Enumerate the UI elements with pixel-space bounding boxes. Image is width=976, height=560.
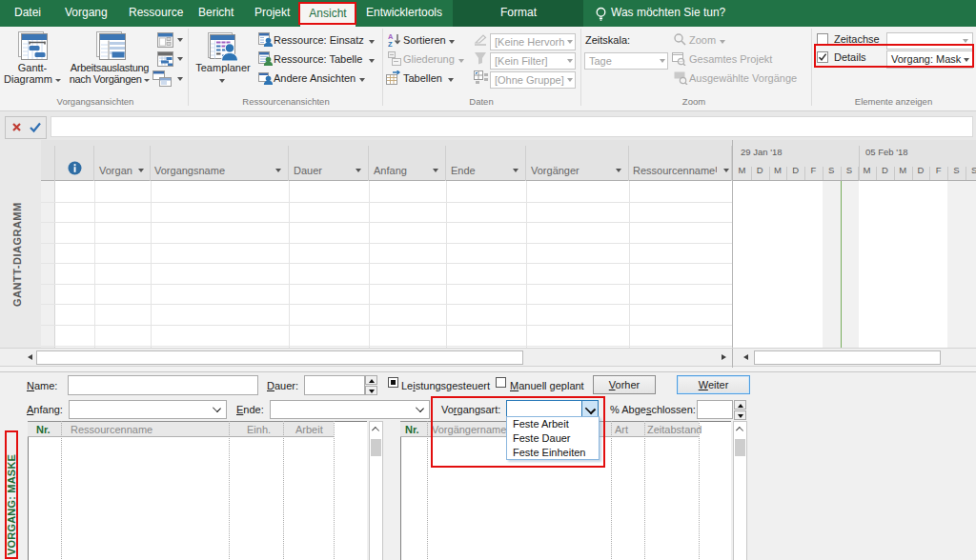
svg-text:Z: Z [388,40,393,47]
